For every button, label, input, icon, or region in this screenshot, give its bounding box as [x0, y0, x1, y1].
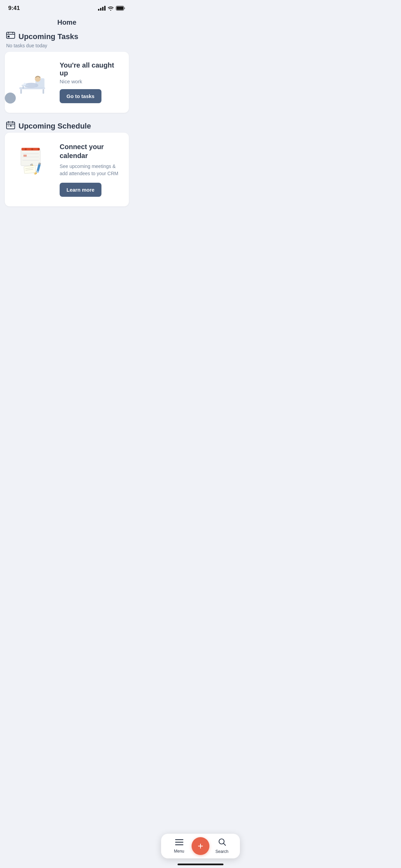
schedule-icon	[6, 121, 15, 131]
svg-rect-28	[23, 155, 26, 157]
schedule-section-header: Upcoming Schedule	[5, 121, 129, 131]
avatar	[5, 93, 16, 104]
schedule-card-content: Connect your calendar See upcoming meeti…	[60, 142, 122, 197]
schedule-card-heading: Connect your calendar	[60, 142, 122, 160]
svg-rect-21	[22, 148, 40, 150]
svg-rect-19	[21, 149, 40, 166]
schedule-illustration	[12, 142, 53, 177]
svg-rect-5	[20, 89, 22, 94]
battery-icon	[116, 6, 125, 11]
schedule-card-subtext: See upcoming meetings & add attendees to…	[60, 163, 122, 177]
schedule-section-title: Upcoming Schedule	[19, 122, 91, 131]
svg-point-23	[31, 148, 33, 150]
wifi-icon	[108, 6, 114, 11]
svg-rect-6	[42, 89, 44, 94]
tasks-card-content: You're all caught up Nice work Go to tas…	[60, 61, 122, 103]
svg-point-17	[9, 122, 10, 123]
svg-point-12	[24, 83, 26, 85]
upcoming-tasks-section: Upcoming Tasks No tasks due today	[5, 32, 129, 113]
svg-point-24	[38, 148, 40, 150]
page-header: Home	[0, 14, 134, 32]
page-title: Home	[7, 19, 127, 26]
tasks-section-subtitle: No tasks due today	[5, 43, 129, 48]
tasks-section-title: Upcoming Tasks	[19, 32, 78, 41]
tasks-card-heading: You're all caught up	[60, 61, 122, 77]
upcoming-schedule-section: Upcoming Schedule	[5, 121, 129, 206]
svg-rect-11	[23, 86, 24, 89]
status-time: 9:41	[8, 5, 20, 12]
tasks-icon	[6, 32, 15, 41]
tasks-illustration	[12, 67, 53, 98]
svg-rect-2	[7, 32, 15, 38]
schedule-card: Connect your calendar See upcoming meeti…	[5, 133, 129, 206]
svg-rect-16	[12, 125, 14, 126]
svg-rect-15	[10, 125, 12, 126]
svg-point-22	[25, 148, 27, 150]
tasks-card-subtext: Nice work	[60, 79, 122, 84]
learn-more-button[interactable]: Learn more	[60, 183, 101, 197]
signal-icon	[98, 6, 106, 11]
tasks-section-header: Upcoming Tasks	[5, 32, 129, 41]
main-content: Upcoming Tasks No tasks due today	[0, 32, 134, 206]
svg-point-18	[12, 122, 13, 123]
status-bar: 9:41	[0, 0, 134, 14]
status-icons	[98, 6, 125, 11]
svg-rect-1	[117, 7, 123, 10]
tasks-card: You're all caught up Nice work Go to tas…	[5, 52, 129, 113]
svg-rect-14	[8, 125, 9, 126]
svg-rect-3	[8, 36, 10, 37]
go-to-tasks-button[interactable]: Go to tasks	[60, 89, 101, 103]
